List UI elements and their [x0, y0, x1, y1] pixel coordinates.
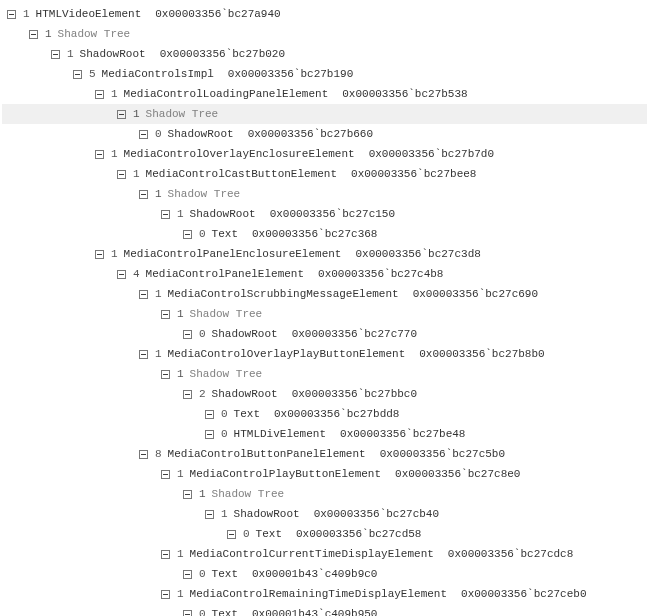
- node-name: HTMLDivElement: [234, 428, 326, 440]
- collapse-icon[interactable]: [116, 109, 127, 120]
- node-address: 0x00003356`bc27be48: [340, 428, 465, 440]
- tree-row[interactable]: 0HTMLDivElement0x00003356`bc27be48: [2, 424, 647, 444]
- collapse-icon[interactable]: [182, 569, 193, 580]
- node-address: 0x00003356`bc27bbc0: [292, 388, 417, 400]
- node-name: MediaControlsImpl: [102, 68, 214, 80]
- collapse-icon[interactable]: [182, 489, 193, 500]
- node-address: 0x00001b43`c409b9c0: [252, 568, 377, 580]
- tree-row[interactable]: 1MediaControlLoadingPanelElement0x000033…: [2, 84, 647, 104]
- tree-row[interactable]: 1MediaControlOverlayEnclosureElement0x00…: [2, 144, 647, 164]
- node-address: 0x00003356`bc27a940: [155, 8, 280, 20]
- tree-row[interactable]: 1Shadow Tree: [2, 484, 647, 504]
- node-name: Shadow Tree: [212, 488, 285, 500]
- collapse-icon[interactable]: [182, 389, 193, 400]
- child-count: 0: [199, 228, 206, 240]
- node-address: 0x00003356`bc27c5b0: [380, 448, 505, 460]
- node-address: 0x00003356`bc27c368: [252, 228, 377, 240]
- tree-row[interactable]: 8MediaControlButtonPanelElement0x0000335…: [2, 444, 647, 464]
- collapse-icon[interactable]: [138, 189, 149, 200]
- tree-row[interactable]: 1Shadow Tree: [2, 304, 647, 324]
- tree-row[interactable]: 1MediaControlPanelEnclosureElement0x0000…: [2, 244, 647, 264]
- tree-row[interactable]: 0ShadowRoot0x00003356`bc27c770: [2, 324, 647, 344]
- collapse-icon[interactable]: [116, 169, 127, 180]
- child-count: 1: [111, 248, 118, 260]
- collapse-icon[interactable]: [28, 29, 39, 40]
- collapse-icon[interactable]: [182, 229, 193, 240]
- tree-row[interactable]: 0Text0x00003356`bc27cd58: [2, 524, 647, 544]
- collapse-icon[interactable]: [50, 49, 61, 60]
- child-count: 1: [23, 8, 30, 20]
- tree-row[interactable]: 1MediaControlOverlayPlayButtonElement0x0…: [2, 344, 647, 364]
- tree-row[interactable]: 1MediaControlCurrentTimeDisplayElement0x…: [2, 544, 647, 564]
- collapse-icon[interactable]: [160, 309, 171, 320]
- collapse-icon[interactable]: [94, 89, 105, 100]
- node-address: 0x00003356`bc27c3d8: [355, 248, 480, 260]
- tree-row[interactable]: 1MediaControlPlayButtonElement0x00003356…: [2, 464, 647, 484]
- collapse-icon[interactable]: [72, 69, 83, 80]
- node-name: Text: [212, 568, 238, 580]
- collapse-icon[interactable]: [226, 529, 237, 540]
- tree-row[interactable]: 4MediaControlPanelElement0x00003356`bc27…: [2, 264, 647, 284]
- tree-row[interactable]: 2ShadowRoot0x00003356`bc27bbc0: [2, 384, 647, 404]
- child-count: 1: [111, 148, 118, 160]
- node-name: Text: [234, 408, 260, 420]
- collapse-icon[interactable]: [160, 209, 171, 220]
- tree-row[interactable]: 1MediaControlCastButtonElement0x00003356…: [2, 164, 647, 184]
- tree-row[interactable]: 1MediaControlScrubbingMessageElement0x00…: [2, 284, 647, 304]
- node-name: Text: [212, 608, 238, 616]
- collapse-icon[interactable]: [116, 269, 127, 280]
- collapse-icon[interactable]: [94, 149, 105, 160]
- tree-row[interactable]: 1Shadow Tree: [2, 184, 647, 204]
- tree-row[interactable]: 0Text0x00001b43`c409b9c0: [2, 564, 647, 584]
- collapse-icon[interactable]: [182, 329, 193, 340]
- tree-row[interactable]: 0ShadowRoot0x00003356`bc27b660: [2, 124, 647, 144]
- child-count: 0: [221, 408, 228, 420]
- node-name: MediaControlPlayButtonElement: [190, 468, 381, 480]
- node-name: ShadowRoot: [234, 508, 300, 520]
- collapse-icon[interactable]: [204, 409, 215, 420]
- node-name: MediaControlScrubbingMessageElement: [168, 288, 399, 300]
- tree-row[interactable]: 1ShadowRoot0x00003356`bc27cb40: [2, 504, 647, 524]
- tree-row[interactable]: 1Shadow Tree: [2, 24, 647, 44]
- tree-row[interactable]: 1ShadowRoot0x00003356`bc27c150: [2, 204, 647, 224]
- tree-row[interactable]: 0Text0x00001b43`c409b950: [2, 604, 647, 616]
- node-address: 0x00003356`bc27bee8: [351, 168, 476, 180]
- collapse-icon[interactable]: [94, 249, 105, 260]
- child-count: 1: [45, 28, 52, 40]
- collapse-icon[interactable]: [204, 509, 215, 520]
- tree-row[interactable]: 0Text0x00003356`bc27bdd8: [2, 404, 647, 424]
- tree-row[interactable]: 1MediaControlRemainingTimeDisplayElement…: [2, 584, 647, 604]
- collapse-icon[interactable]: [160, 589, 171, 600]
- child-count: 1: [133, 108, 140, 120]
- tree-row[interactable]: 0Text0x00003356`bc27c368: [2, 224, 647, 244]
- node-name: Shadow Tree: [190, 368, 263, 380]
- tree-row[interactable]: 1Shadow Tree: [2, 364, 647, 384]
- collapse-icon[interactable]: [182, 609, 193, 617]
- collapse-icon[interactable]: [138, 349, 149, 360]
- collapse-icon[interactable]: [6, 9, 17, 20]
- node-address: 0x00003356`bc27c690: [413, 288, 538, 300]
- child-count: 0: [199, 608, 206, 616]
- child-count: 4: [133, 268, 140, 280]
- tree-row[interactable]: 1Shadow Tree: [2, 104, 647, 124]
- collapse-icon[interactable]: [160, 549, 171, 560]
- child-count: 0: [243, 528, 250, 540]
- node-name: MediaControlOverlayPlayButtonElement: [168, 348, 406, 360]
- node-address: 0x00003356`bc27cdc8: [448, 548, 573, 560]
- collapse-icon[interactable]: [138, 129, 149, 140]
- collapse-icon[interactable]: [138, 449, 149, 460]
- node-address: 0x00001b43`c409b950: [252, 608, 377, 616]
- collapse-icon[interactable]: [160, 369, 171, 380]
- node-name: MediaControlCurrentTimeDisplayElement: [190, 548, 434, 560]
- tree-row[interactable]: 5MediaControlsImpl0x00003356`bc27b190: [2, 64, 647, 84]
- tree-row[interactable]: 1ShadowRoot0x00003356`bc27b020: [2, 44, 647, 64]
- child-count: 1: [199, 488, 206, 500]
- node-address: 0x00003356`bc27cb40: [314, 508, 439, 520]
- node-name: MediaControlButtonPanelElement: [168, 448, 366, 460]
- collapse-icon[interactable]: [138, 289, 149, 300]
- node-address: 0x00003356`bc27b7d0: [369, 148, 494, 160]
- collapse-icon[interactable]: [204, 429, 215, 440]
- node-name: Shadow Tree: [146, 108, 219, 120]
- collapse-icon[interactable]: [160, 469, 171, 480]
- tree-row[interactable]: 1HTMLVideoElement0x00003356`bc27a940: [2, 4, 647, 24]
